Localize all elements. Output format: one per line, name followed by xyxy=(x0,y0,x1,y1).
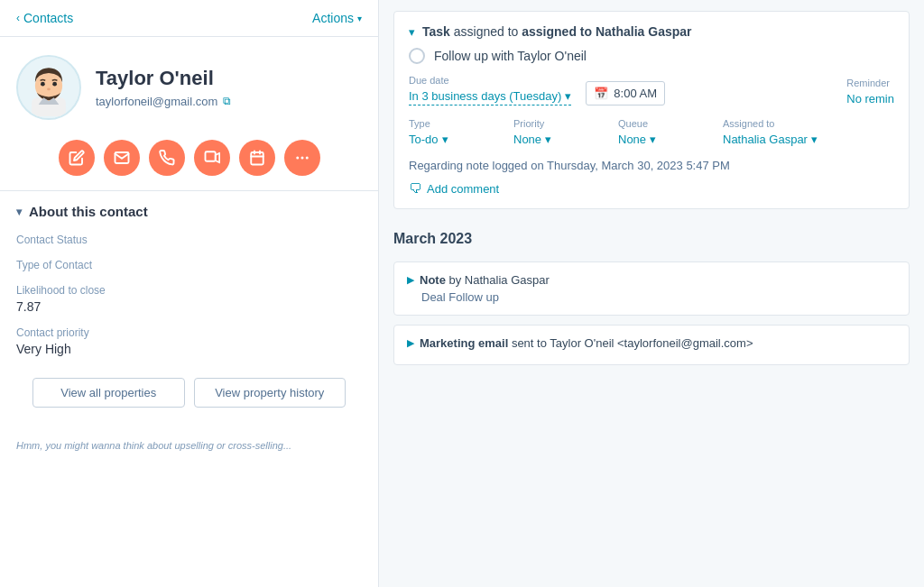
contact-priority-value: Very High xyxy=(16,342,362,356)
due-date-text: In 3 business days (Tuesday) xyxy=(409,89,561,103)
add-comment-label: Add comment xyxy=(427,182,499,196)
due-date-dropdown-icon: ▾ xyxy=(565,89,571,103)
contact-name: Taylor O'neil xyxy=(96,67,362,90)
type-of-contact-label: Type of Contact xyxy=(16,259,362,271)
priority-value[interactable]: None ▾ xyxy=(513,133,604,146)
queue-group: Queue None ▾ xyxy=(618,118,708,146)
note-body: Deal Follow up xyxy=(407,290,896,304)
task-item-text: Follow up with Taylor O'neil xyxy=(434,49,587,63)
task-item: Follow up with Taylor O'neil xyxy=(409,48,894,64)
svg-point-16 xyxy=(305,157,308,160)
email-to: sent to Taylor O'neil <taylorfoneil@gmai… xyxy=(512,336,753,350)
copy-icon[interactable]: ⧉ xyxy=(223,95,231,107)
timeline-email-header: ▶ Marketing email sent to Taylor O'neil … xyxy=(407,336,896,350)
action-buttons-row xyxy=(0,133,378,190)
assigned-value[interactable]: Nathalia Gaspar ▾ xyxy=(723,133,858,146)
call-button[interactable] xyxy=(149,140,185,176)
back-to-contacts[interactable]: ‹ Contacts xyxy=(16,11,73,25)
view-all-properties-button[interactable]: View all properties xyxy=(32,378,185,408)
due-date-label: Due date xyxy=(409,75,571,86)
assigned-dropdown-icon: ▾ xyxy=(811,133,818,146)
calendar-button[interactable] xyxy=(239,140,275,176)
due-date-group: Due date In 3 business days (Tuesday) ▾ xyxy=(409,75,571,105)
likelihood-value: 7.87 xyxy=(16,299,362,314)
svg-rect-10 xyxy=(251,152,263,165)
timeline-section: March 2023 ▶ Note by Nathalia Gaspar Dea… xyxy=(379,220,924,381)
about-chevron-icon: ▾ xyxy=(16,206,22,218)
timeline-note-title: Note by Nathalia Gaspar xyxy=(420,273,550,287)
calendar-icon: 📅 xyxy=(594,87,608,100)
task-checkbox[interactable] xyxy=(409,48,425,64)
svg-rect-8 xyxy=(205,151,215,161)
reminder-value[interactable]: No remin xyxy=(846,92,894,105)
bottom-buttons: View all properties View property histor… xyxy=(16,369,362,420)
task-assignee: assigned to Nathalia Gaspar xyxy=(522,24,691,39)
contact-info: Taylor O'neil taylorfoneil@gmail.com ⧉ xyxy=(96,67,362,107)
email-expand-icon[interactable]: ▶ xyxy=(407,337,414,349)
type-group: Type To-do ▾ xyxy=(409,118,499,146)
contact-profile: Taylor O'neil taylorfoneil@gmail.com ⧉ xyxy=(0,37,378,133)
actions-label: Actions xyxy=(312,11,354,25)
about-title: About this contact xyxy=(29,204,148,219)
reminder-group: Reminder No remin xyxy=(846,78,894,105)
svg-point-15 xyxy=(300,157,303,160)
note-expand-icon[interactable]: ▶ xyxy=(407,274,414,286)
timeline-month: March 2023 xyxy=(393,227,910,251)
contact-status-label: Contact Status xyxy=(16,234,362,246)
contact-status-row: Contact Status xyxy=(16,234,362,246)
edit-button[interactable] xyxy=(59,140,95,176)
queue-dropdown-icon: ▾ xyxy=(650,133,656,146)
actions-button[interactable]: Actions ▾ xyxy=(312,11,362,25)
back-label: Contacts xyxy=(23,11,73,25)
task-title: Task assigned to assigned to Nathalia Ga… xyxy=(422,24,692,39)
due-date-row: Due date In 3 business days (Tuesday) ▾ … xyxy=(409,75,894,105)
time-value: 8:00 AM xyxy=(614,87,657,100)
time-input[interactable]: 📅 8:00 AM xyxy=(586,81,665,105)
contact-email: taylorfoneil@gmail.com xyxy=(96,95,217,108)
about-section: ▾ About this contact Contact Status Type… xyxy=(0,191,378,433)
svg-point-5 xyxy=(41,82,45,87)
contact-priority-row: Contact priority Very High xyxy=(16,326,362,356)
contact-priority-label: Contact priority xyxy=(16,326,362,339)
more-button[interactable] xyxy=(284,140,320,176)
assigned-group: Assigned to Nathalia Gaspar ▾ xyxy=(723,118,858,146)
sidebar: ‹ Contacts Actions ▾ xyxy=(0,0,379,587)
svg-point-6 xyxy=(52,82,57,87)
task-type-grid: Type To-do ▾ Priority None ▾ Queue None … xyxy=(409,118,894,146)
type-label: Type xyxy=(409,118,499,129)
svg-marker-9 xyxy=(215,153,219,163)
task-header: ▾ Task assigned to assigned to Nathalia … xyxy=(409,24,894,39)
queue-value[interactable]: None ▾ xyxy=(618,133,708,146)
video-button[interactable] xyxy=(194,140,230,176)
email-button[interactable] xyxy=(104,140,140,176)
task-collapse-button[interactable]: ▾ xyxy=(409,25,415,39)
note-type: Note xyxy=(420,273,446,287)
task-type-label: Task xyxy=(422,24,450,39)
regarding-text: Regarding note logged on Thursday, March… xyxy=(409,159,894,172)
timeline-item-note: ▶ Note by Nathalia Gaspar Deal Follow up xyxy=(393,261,910,316)
type-of-contact-row: Type of Contact xyxy=(16,259,362,271)
priority-group: Priority None ▾ xyxy=(513,118,604,146)
priority-label: Priority xyxy=(513,118,604,129)
add-comment-button[interactable]: 🗨 Add comment xyxy=(409,181,894,196)
likelihood-to-close-row: Likelihood to close 7.87 xyxy=(16,284,362,314)
sidebar-header: ‹ Contacts Actions ▾ xyxy=(0,0,378,37)
assigned-label: Assigned to xyxy=(723,118,858,129)
svg-point-7 xyxy=(47,87,51,90)
back-chevron-icon: ‹ xyxy=(16,12,20,24)
task-assigned-text: assigned to xyxy=(454,24,522,39)
due-date-value[interactable]: In 3 business days (Tuesday) ▾ xyxy=(409,89,571,105)
note-by: by Nathalia Gaspar xyxy=(449,273,550,287)
about-header[interactable]: ▾ About this contact xyxy=(16,204,362,219)
type-value[interactable]: To-do ▾ xyxy=(409,133,499,146)
reminder-label: Reminder xyxy=(846,78,894,88)
avatar xyxy=(16,55,81,120)
svg-point-14 xyxy=(296,157,299,160)
priority-dropdown-icon: ▾ xyxy=(545,133,551,146)
timeline-note-header: ▶ Note by Nathalia Gaspar xyxy=(407,273,896,287)
bottom-note: Hmm, you might wanna think about upselli… xyxy=(0,433,378,458)
type-dropdown-icon: ▾ xyxy=(442,133,448,146)
view-property-history-button[interactable]: View property history xyxy=(194,378,346,408)
main-content: ▾ Task assigned to assigned to Nathalia … xyxy=(379,0,924,587)
queue-label: Queue xyxy=(618,118,708,129)
